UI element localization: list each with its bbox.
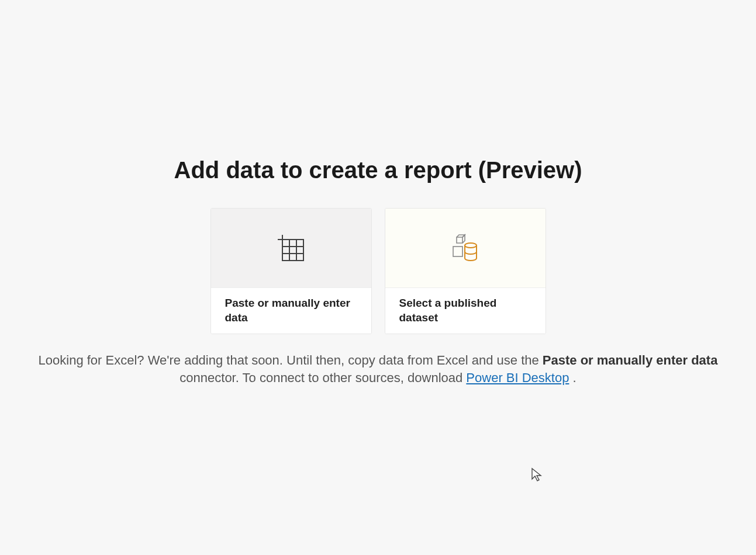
power-bi-desktop-link[interactable]: Power BI Desktop [466, 370, 569, 385]
published-dataset-card[interactable]: Select a published dataset [385, 208, 546, 334]
description-text: Looking for Excel? We're adding that soo… [18, 352, 738, 386]
page-title: Add data to create a report (Preview) [174, 157, 582, 183]
description-bold: Paste or manually enter data [543, 353, 718, 367]
published-dataset-label: Select a published dataset [399, 296, 531, 325]
published-dataset-icon-area [385, 209, 546, 288]
description-part3: . [573, 370, 577, 385]
svg-rect-2 [282, 240, 303, 261]
paste-data-icon-area [211, 209, 371, 288]
svg-rect-7 [453, 247, 462, 256]
description-part2: connector. To connect to other sources, … [179, 370, 466, 385]
add-data-panel: Add data to create a report (Preview) [0, 157, 756, 386]
table-plus-icon [278, 235, 305, 262]
published-dataset-label-area: Select a published dataset [385, 287, 546, 333]
description-part1: Looking for Excel? We're adding that soo… [39, 353, 543, 367]
paste-data-label-area: Paste or manually enter data [211, 287, 371, 333]
dataset-icon [451, 234, 480, 263]
paste-data-card[interactable]: Paste or manually enter data [210, 208, 372, 334]
svg-point-8 [465, 243, 477, 248]
paste-data-label: Paste or manually enter data [225, 296, 357, 325]
cursor-icon [531, 467, 543, 483]
option-cards: Paste or manually enter data [210, 208, 546, 334]
